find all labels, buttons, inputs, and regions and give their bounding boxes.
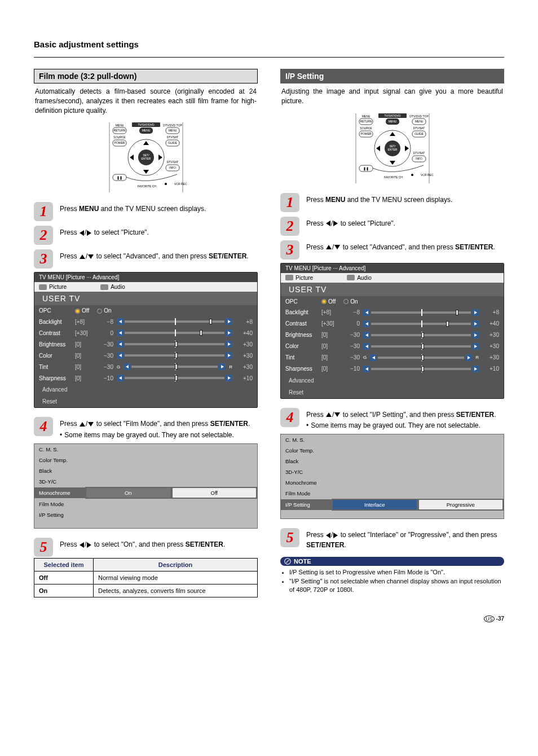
osd-tabs: Picture Audio [281, 273, 504, 283]
right-arrow-icon [333, 533, 338, 538]
left-arrow-icon [326, 533, 330, 538]
right-arrow-icon [87, 230, 91, 236]
step-3: 3 Press / to select "Advanced", and then… [34, 249, 258, 269]
step-badge: 5 [280, 528, 299, 547]
osd-slider-row: Contrast[+30]0+40 [34, 327, 257, 339]
down-arrow-icon [88, 422, 94, 427]
step-badge: 1 [280, 193, 299, 212]
step-badge: 5 [34, 538, 53, 557]
osd-reset: Reset [281, 386, 504, 398]
intro-text: Automatically detects a film-based sourc… [34, 87, 258, 115]
submenu-row: Color Temp. [281, 445, 504, 456]
radio-off-icon [343, 299, 349, 304]
osd-slider-row: Sharpness[0]−10+10 [281, 363, 504, 375]
osd-breadcrumb: TV MENU [Picture ··· Advanced] [281, 263, 504, 273]
info-icon [284, 557, 292, 565]
slider-right-icon [465, 354, 472, 361]
remote-diagram [339, 112, 446, 185]
slider-left-icon [370, 354, 377, 361]
step-badge: 3 [34, 249, 53, 269]
step-1: 1 Press MENU and the TV MENU screen disp… [280, 193, 504, 212]
submenu-row: MonochromeOnOff [34, 487, 257, 499]
step-2: 2 Press / to select "Picture". [280, 217, 504, 236]
left-arrow-icon [326, 221, 330, 226]
submenu-row: C. M. S. [281, 434, 504, 445]
step-badge: 1 [34, 202, 53, 221]
submenu-row: Black [34, 465, 257, 476]
osd-slider-row: Contrast[+30]0+40 [281, 318, 504, 329]
slider-right-icon [226, 318, 232, 325]
slider-left-icon [363, 320, 370, 327]
divider [34, 57, 504, 58]
step-3: 3 Press / to select "Advanced", and then… [280, 240, 504, 260]
slider-right-icon [226, 375, 232, 381]
right-arrow-icon [87, 542, 91, 548]
tv-menu-osd: TV MENU [Picture ··· Advanced] Picture A… [34, 272, 258, 408]
note-item: I/P Setting is set to Progressive when F… [289, 568, 504, 577]
note-badge: NOTE [280, 557, 504, 566]
slider-right-icon [472, 332, 479, 339]
slider-left-icon [117, 341, 124, 348]
step-5: 5 Press / to select "On", and then press… [34, 538, 258, 557]
slider-left-icon [117, 329, 124, 336]
osd-slider-row: Color[0]−30+30 [281, 341, 504, 352]
picture-tab-icon [39, 284, 47, 290]
step-badge: 2 [34, 226, 53, 245]
step-5: 5 Press / to select "Interlace" or "Prog… [280, 528, 504, 550]
osd-advanced: Advanced [34, 384, 257, 395]
up-arrow-icon [326, 245, 332, 249]
slider-left-icon [363, 366, 370, 372]
step-2: 2 Press / to select "Picture". [34, 226, 258, 245]
slider-left-icon [363, 343, 370, 350]
up-arrow-icon [326, 412, 332, 417]
osd-opc-row: OPC Off On [281, 296, 504, 307]
osd-tabs: Picture Audio [34, 282, 257, 292]
down-arrow-icon [334, 412, 340, 417]
advanced-submenu: C. M. S.Color Temp.Black3D-Y/CMonochrome… [280, 434, 504, 519]
osd-slider-row: Tint[0]−30GR+30 [34, 361, 257, 372]
osd-reset: Reset [34, 395, 257, 407]
submenu-row: Color Temp. [34, 455, 257, 465]
step-badge: 2 [280, 217, 299, 236]
audio-tab-icon [100, 284, 108, 290]
osd-slider-row: Tint[0]−30GR+30 [281, 352, 504, 363]
osd-slider-row: Brightness[0]−30+30 [34, 339, 257, 350]
audio-tab-icon [347, 275, 355, 280]
section-header-film-mode: Film mode (3:2 pull-down) [34, 69, 258, 83]
step-1: 1 Press MENU and the TV MENU screen disp… [34, 202, 258, 221]
radio-off-icon [97, 309, 102, 314]
section-header-ip-setting: I/P Setting [280, 69, 504, 83]
intro-text: Adjusting the image and input signal can… [280, 87, 504, 106]
submenu-row: C. M. S. [34, 444, 257, 455]
submenu-row: 3D-Y/C [281, 467, 504, 477]
osd-slider-row: Sharpness[0]−10+10 [34, 372, 257, 384]
submenu-row: Film Mode [281, 488, 504, 499]
tv-menu-osd: TV MENU [Picture ··· Advanced] Picture A… [280, 263, 504, 399]
down-arrow-icon [88, 254, 94, 259]
slider-left-icon [363, 332, 370, 339]
down-arrow-icon [334, 245, 340, 249]
slider-right-icon [472, 320, 479, 327]
right-arrow-icon [333, 221, 338, 226]
page-footer: US -37 [34, 616, 504, 622]
osd-slider-row: Backlight[+8]−8+8 [34, 316, 257, 327]
slider-right-icon [219, 363, 226, 370]
osd-usertv: USER TV [281, 283, 504, 296]
osd-slider-row: Brightness[0]−30+30 [281, 329, 504, 341]
slider-right-icon [472, 309, 479, 316]
submenu-row: 3D-Y/C [34, 476, 257, 487]
submenu-row: Film Mode [34, 499, 257, 509]
slider-right-icon [226, 341, 232, 348]
step-4: 4 Press / to select "I/P Setting", and t… [280, 408, 504, 431]
step-badge: 3 [280, 240, 299, 260]
slider-left-icon [117, 352, 124, 359]
osd-slider-row: Color[0]−30+30 [34, 350, 257, 361]
osd-usertv: USER TV [34, 292, 257, 305]
slider-left-icon [363, 309, 370, 316]
notes-list: I/P Setting is set to Progressive when F… [280, 568, 504, 594]
osd-breadcrumb: TV MENU [Picture ··· Advanced] [34, 272, 257, 282]
osd-advanced: Advanced [281, 375, 504, 386]
submenu-row: Monochrome [281, 477, 504, 488]
note-item: "I/P Setting" is not selectable when cha… [289, 577, 504, 595]
osd-opc-row: OPC Off On [34, 305, 257, 316]
